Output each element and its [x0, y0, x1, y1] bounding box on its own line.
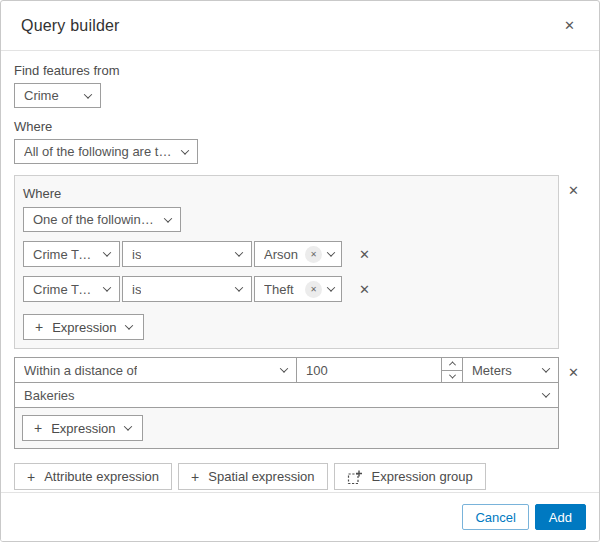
add-expression-button[interactable]: + Expression	[22, 415, 143, 441]
distance-input-wrap	[297, 358, 463, 382]
expression-group-icon	[347, 469, 363, 485]
where-section: Where All of the following are true	[14, 119, 586, 164]
chevron-down-icon	[123, 422, 131, 430]
expression-group-label: Expression group	[372, 469, 473, 484]
chevron-down-icon	[280, 364, 288, 372]
group-operator-value: One of the following are tr...	[33, 212, 157, 227]
spatial-mode-select[interactable]: Within a distance of	[15, 358, 297, 382]
expression-group-1-row: Where One of the following are tr... Cri…	[14, 175, 586, 349]
plus-icon: +	[34, 421, 42, 435]
chevron-down-icon	[103, 248, 111, 256]
where-label: Where	[14, 119, 586, 134]
add-attribute-expression-button[interactable]: + Attribute expression	[14, 463, 172, 490]
clear-value-icon[interactable]: ✕	[305, 246, 322, 263]
plus-icon: +	[27, 470, 35, 484]
cancel-button[interactable]: Cancel	[462, 504, 528, 530]
chevron-down-icon	[164, 214, 172, 222]
chevron-down-icon	[235, 248, 243, 256]
value-select-value: Arson	[264, 247, 299, 262]
group-where-label: Where	[23, 186, 550, 201]
plus-icon: +	[191, 470, 199, 484]
dialog-header: Query builder ✕	[1, 1, 599, 51]
field-select[interactable]: Crime Type	[23, 276, 120, 302]
chevron-down-icon	[235, 283, 243, 291]
unit-select[interactable]: Meters	[463, 358, 558, 382]
chevron-down-icon	[84, 90, 92, 98]
dialog-title: Query builder	[21, 17, 120, 35]
expression-group-1: Where One of the following are tr... Cri…	[14, 175, 559, 349]
operator-select[interactable]: is	[122, 276, 252, 302]
chevron-down-icon	[542, 364, 550, 372]
expression-row: Crime Type is Arson ✕ ✕	[23, 241, 550, 267]
target-layer-value: Bakeries	[24, 388, 75, 403]
chevron-down-icon	[327, 248, 335, 256]
remove-expression-icon[interactable]: ✕	[355, 246, 374, 263]
layer-select[interactable]: Crime	[14, 83, 101, 108]
number-stepper	[441, 358, 462, 382]
value-select[interactable]: Theft ✕	[254, 276, 342, 302]
field-select-value: Crime Type	[33, 282, 96, 297]
value-select-value: Theft	[264, 282, 299, 297]
close-icon[interactable]: ✕	[560, 17, 579, 34]
layer-select-value: Crime	[24, 88, 59, 103]
chevron-down-icon	[181, 146, 189, 154]
dialog-body: Find features from Crime Where All of th…	[1, 51, 599, 490]
target-layer-select[interactable]: Bakeries	[15, 383, 558, 408]
add-button[interactable]: Add	[535, 504, 586, 530]
add-expression-actions: + Attribute expression + Spatial express…	[14, 463, 586, 490]
attribute-expression-label: Attribute expression	[44, 469, 159, 484]
chevron-down-icon	[327, 283, 335, 291]
add-expression-label: Expression	[52, 320, 116, 335]
operator-select-value: is	[132, 282, 141, 297]
expression-group-2-row: Within a distance of Meters	[14, 357, 586, 449]
operator-select-value: is	[132, 247, 141, 262]
add-expression-group-button[interactable]: Expression group	[334, 463, 486, 490]
stepper-down-icon[interactable]	[442, 371, 462, 383]
chevron-down-icon	[542, 389, 550, 397]
match-operator-select[interactable]: All of the following are true	[14, 139, 198, 164]
plus-icon: +	[35, 320, 43, 334]
find-features-section: Find features from Crime	[14, 63, 586, 108]
add-expression-button[interactable]: + Expression	[23, 314, 144, 340]
remove-group-icon[interactable]: ✕	[564, 182, 583, 199]
spatial-expression-label: Spatial expression	[208, 469, 314, 484]
operator-select[interactable]: is	[122, 241, 252, 267]
group-operator-select[interactable]: One of the following are tr...	[23, 207, 181, 232]
stepper-up-icon[interactable]	[442, 358, 462, 371]
expression-row: Crime Type is Theft ✕ ✕	[23, 276, 550, 302]
expression-group-2: Within a distance of Meters	[14, 357, 559, 449]
distance-input[interactable]	[297, 358, 441, 382]
query-builder-dialog: Query builder ✕ Find features from Crime…	[0, 0, 600, 542]
dialog-footer: Cancel Add	[1, 492, 599, 541]
clear-value-icon[interactable]: ✕	[305, 281, 322, 298]
field-select-value: Crime Type	[33, 247, 96, 262]
value-select[interactable]: Arson ✕	[254, 241, 342, 267]
add-spatial-expression-button[interactable]: + Spatial expression	[178, 463, 327, 490]
field-select[interactable]: Crime Type	[23, 241, 120, 267]
find-features-label: Find features from	[14, 63, 586, 78]
add-expression-label: Expression	[51, 421, 115, 436]
remove-expression-icon[interactable]: ✕	[355, 281, 374, 298]
match-operator-value: All of the following are true	[24, 144, 174, 159]
spatial-mode-value: Within a distance of	[24, 363, 137, 378]
chevron-down-icon	[103, 283, 111, 291]
unit-select-value: Meters	[472, 363, 512, 378]
chevron-down-icon	[124, 321, 132, 329]
remove-group-icon[interactable]: ✕	[564, 364, 583, 381]
